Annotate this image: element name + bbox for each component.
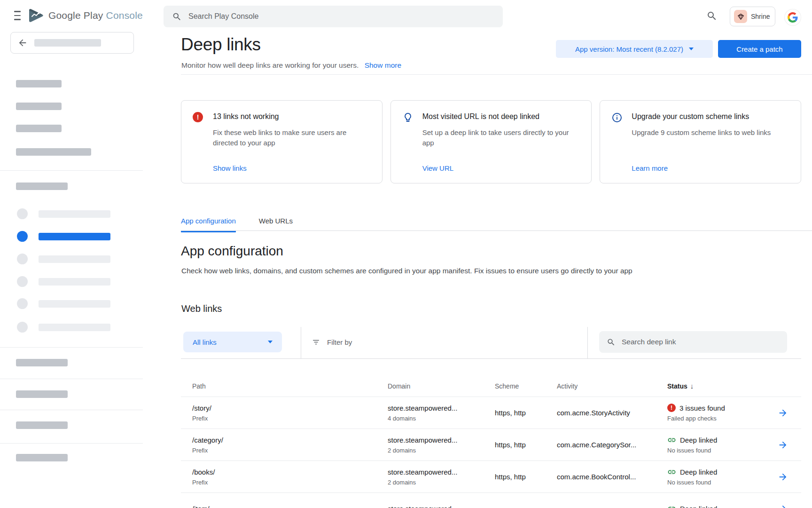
play-console-logo: Google Play Console	[28, 8, 143, 23]
skeleton-nav-item[interactable]	[17, 208, 130, 219]
row-scheme: https, http	[495, 472, 557, 481]
learn-more-link[interactable]: Learn more	[632, 164, 789, 172]
column-status[interactable]: Status ↓	[667, 359, 778, 397]
skeleton-nav-item[interactable]	[17, 276, 130, 287]
show-links-link[interactable]: Show links	[213, 164, 371, 172]
page-title: Deep links	[181, 35, 261, 55]
skeleton-nav-item[interactable]	[16, 390, 68, 398]
row-status: 3 issues found	[679, 404, 725, 413]
row-activity: com.acme.BookControl...	[557, 472, 667, 481]
error-icon: !	[193, 111, 205, 172]
skeleton-nav-item[interactable]	[16, 148, 91, 156]
filterbar-divider	[587, 327, 588, 358]
row-path: /item/	[192, 504, 388, 508]
row-scheme: https, http	[495, 408, 557, 417]
column-scheme[interactable]: Scheme	[495, 359, 557, 397]
skeleton-nav-item-active[interactable]	[17, 231, 130, 242]
skeleton-nav-item[interactable]	[16, 421, 68, 429]
link-status-icon	[667, 436, 676, 444]
row-status: Deep linked	[680, 504, 717, 508]
row-path-type: Prefix	[192, 447, 388, 454]
row-domain: store.steampowered...	[388, 404, 495, 413]
menu-icon[interactable]	[14, 11, 21, 20]
row-status-detail: No issues found	[667, 479, 778, 486]
show-more-link[interactable]: Show more	[365, 61, 401, 69]
skeleton-nav-item[interactable]	[16, 359, 68, 366]
sidebar-divider	[0, 443, 143, 444]
global-search-icon[interactable]	[706, 10, 718, 24]
column-activity[interactable]: Activity	[557, 359, 667, 397]
tabs-divider	[181, 230, 812, 231]
skeleton-nav-item[interactable]	[16, 125, 62, 132]
google-account-avatar[interactable]	[785, 9, 801, 25]
row-status: Deep linked	[680, 436, 717, 444]
play-console-logo-icon	[28, 8, 44, 23]
filter-by-button[interactable]: Filter by	[312, 327, 352, 357]
skeleton-nav-item[interactable]	[17, 322, 130, 333]
deep-link-search[interactable]	[599, 331, 787, 353]
row-path: /story/	[192, 404, 388, 413]
section-description: Check how web links, domains, and custom…	[181, 267, 632, 275]
skeleton-nav-item[interactable]	[16, 80, 62, 87]
table-row[interactable]: /books/ Prefix store.steampowered... 2 d…	[181, 460, 801, 492]
row-detail-arrow[interactable]	[778, 397, 801, 429]
back-arrow-icon[interactable]	[17, 38, 28, 48]
table-row[interactable]: /category/ Prefix store.steampowered... …	[181, 429, 801, 460]
skeleton-nav-item[interactable]	[16, 454, 68, 461]
row-status-detail: No issues found	[667, 447, 778, 454]
web-links-table: Path Domain Scheme Activity Status ↓ /st…	[181, 359, 801, 508]
arrow-right-icon	[778, 408, 788, 418]
sidebar-divider	[0, 379, 143, 379]
chevron-down-icon	[268, 341, 273, 343]
lightbulb-icon	[402, 111, 414, 172]
sidebar-header: Google Play Console	[0, 0, 143, 31]
sidebar-divider	[0, 170, 143, 171]
column-domain[interactable]: Domain	[388, 359, 495, 397]
insight-cards: ! 13 links not working Fix these web lin…	[181, 100, 801, 183]
app-version-dropdown[interactable]: App version: Most recent (8.2.027)	[556, 40, 713, 58]
row-detail-arrow[interactable]	[778, 429, 801, 460]
row-detail-arrow[interactable]	[778, 461, 801, 492]
table-row[interactable]: /story/ Prefix store.steampowered... 4 d…	[181, 397, 801, 429]
sidebar-divider	[0, 410, 143, 410]
row-detail-arrow[interactable]	[778, 493, 801, 508]
row-domain-count: 2 domains	[388, 479, 495, 486]
skeleton-nav-item[interactable]	[17, 298, 130, 309]
search-icon	[607, 338, 616, 347]
table-header-row: Path Domain Scheme Activity Status ↓	[181, 359, 801, 397]
card-text: Upgrade 9 custom scheme links to web lin…	[632, 127, 787, 138]
row-activity: com.acme.CategorySor...	[557, 440, 667, 449]
header-divider	[181, 74, 812, 75]
create-patch-button[interactable]: Create a patch	[718, 40, 801, 58]
sidebar: Google Play Console	[0, 0, 143, 508]
skeleton-section-label	[16, 183, 68, 190]
row-path: /category/	[192, 436, 388, 444]
all-links-dropdown[interactable]: All links	[183, 332, 282, 352]
skeleton-nav-item[interactable]	[16, 103, 62, 110]
link-status-icon	[667, 468, 676, 476]
table-row[interactable]: /item/ store.steampowered... Deep linked	[181, 492, 801, 508]
row-domain: store.steampowered...	[388, 436, 495, 444]
current-app-chip[interactable]: Shrine	[730, 7, 775, 26]
app-selector[interactable]	[10, 32, 134, 54]
view-url-link[interactable]: View URL	[422, 164, 580, 172]
row-domain-count: 2 domains	[388, 447, 495, 454]
column-path[interactable]: Path	[181, 359, 388, 397]
row-path: /books/	[192, 468, 388, 476]
section-title: App configuration	[181, 244, 283, 259]
web-links-filterbar: All links Filter by	[181, 327, 801, 359]
search-input[interactable]	[188, 12, 470, 21]
card-links-not-working: ! 13 links not working Fix these web lin…	[181, 100, 383, 183]
row-domain: store.steampowered...	[388, 504, 495, 508]
play-console-search[interactable]	[164, 6, 503, 27]
skeleton-nav-item[interactable]	[17, 254, 130, 264]
row-domain-count: 4 domains	[388, 415, 495, 422]
card-upgrade-schemes: Upgrade your custom scheme links Upgrade…	[600, 100, 801, 183]
deep-link-search-input[interactable]	[622, 338, 763, 346]
link-status-icon	[667, 504, 676, 508]
row-scheme: https, http	[495, 440, 557, 449]
row-domain: store.steampowered...	[388, 468, 495, 476]
app-chip-label: Shrine	[751, 13, 770, 20]
arrow-right-icon	[778, 504, 788, 508]
logo-console: Console	[106, 10, 143, 21]
